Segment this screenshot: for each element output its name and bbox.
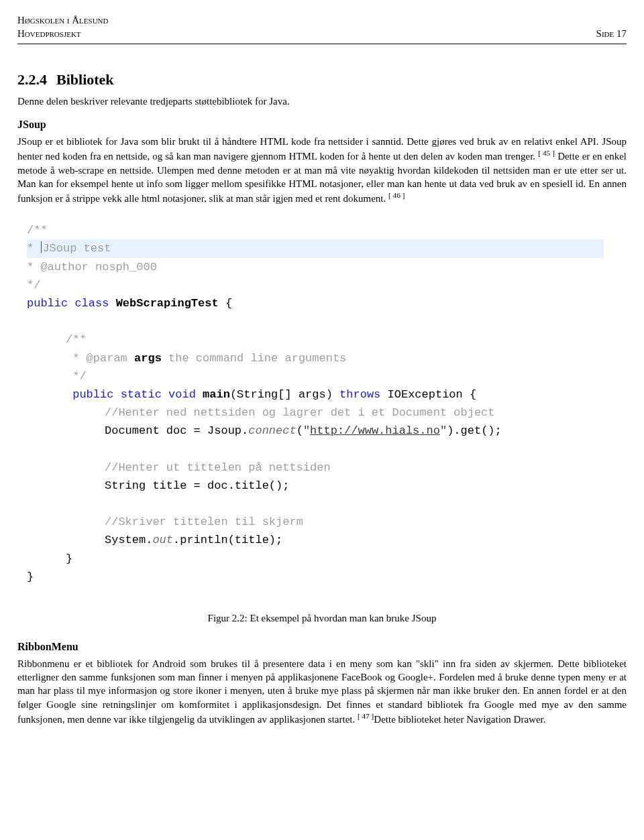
section-number: 2.2.4 [17,71,47,88]
header-page-label: Side 17 [596,27,627,42]
code-token: args [134,352,162,365]
citation-45: [ 45 ] [538,149,555,157]
code-token: public [72,388,113,401]
code-token: " [303,424,310,437]
code-token: the command line arguments [162,352,346,365]
code-token: IOException { [388,388,477,401]
ribbon-text-b: Dette biblioteket heter Navigation Drawe… [374,714,545,725]
jsoup-paragraph: JSoup er et bibliotek for Java som blir … [17,135,627,205]
code-line: //Henter ut tittelen på nettsiden [105,461,331,474]
code-token: out [152,534,173,546]
code-line: /** [27,224,48,237]
code-token: " [440,424,447,437]
code-line: * [27,242,40,255]
code-line: /** [66,333,87,346]
code-line: } [66,552,72,565]
figure-caption: Figur 2.2: Et eksempel på hvordan man ka… [17,611,627,625]
code-line: JSoup test [42,242,111,255]
code-line: //Henter ned nettsiden og lagrer det i e… [105,406,495,419]
section-heading: 2.2.4Bibliotek [17,70,627,90]
code-token: Document doc = Jsoup. [105,424,248,437]
code-line: * @author nosph_000 [27,261,157,274]
code-sample: /** * JSoup test * @author nosph_000 */ … [17,215,627,593]
code-line: } [27,571,34,583]
code-token: (String[] args) [230,388,333,401]
code-line: String title = doc.title(); [105,479,289,492]
code-token: .println(title); [173,534,282,546]
code-token: class [74,297,109,310]
code-token: throws [339,388,380,401]
page-header: Høgskolen i Ålesund [17,13,627,27]
code-line: //Skriver tittelen til skjerm [105,516,303,528]
code-token: System. [105,534,152,546]
code-token: ( [297,424,303,437]
code-token: main [203,388,230,401]
code-line: */ [66,370,87,383]
section-intro: Denne delen beskriver relevante tredjepa… [17,95,627,108]
code-token: WebScrapingTest [116,297,219,310]
code-token: void [168,388,196,401]
code-token: connect [248,424,296,437]
code-token: * @param [66,352,134,365]
code-line: */ [27,279,40,292]
header-rule [17,44,627,44]
code-url: http://www.hials.no [310,424,440,437]
code-token: { [225,297,232,310]
ribbonmenu-heading: RibbonMenu [17,640,627,654]
code-highlighted-line: * JSoup test [27,239,604,257]
ribbonmenu-paragraph: Ribbonmenu er et bibliotek for Android s… [17,657,627,726]
jsoup-heading: JSoup [17,117,627,132]
code-token: ).get(); [447,424,502,437]
jsoup-text-a: JSoup er et bibliotek for Java som blir … [17,136,627,162]
code-token: public [27,297,68,310]
page-header-line2: Hovedprosjekt Side 17 [17,27,627,42]
citation-47: [ 47 ] [358,712,374,720]
citation-46: [ 46 ] [388,191,405,199]
code-token: static [121,388,162,401]
header-project: Hovedprosjekt [17,27,81,40]
section-title: Bibliotek [56,71,114,88]
header-school: Høgskolen i Ålesund [17,13,109,27]
